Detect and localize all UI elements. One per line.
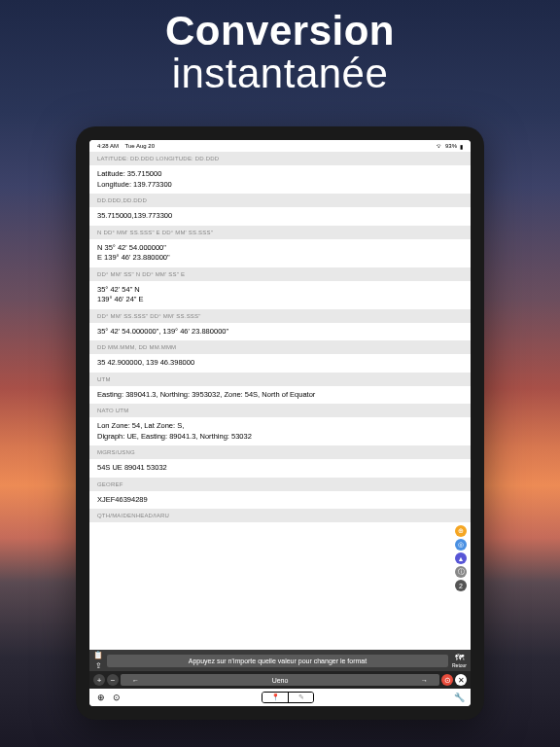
section-header: UTM [89,373,471,386]
section-header: LATITUDE: DD.DDD LONGITUDE: DD.DDD [89,152,471,165]
section-header: MGRS/USNG [89,445,471,459]
hero-title: Conversion instantanée [0,8,560,97]
copy-icon[interactable]: 📋 [93,651,103,660]
section-value[interactable]: 35° 42' 54" N 139° 46' 24" E [89,281,471,309]
arrow-left-icon[interactable]: ← [132,677,139,684]
section-value[interactable]: XJEF46394289 [89,491,471,510]
gps-button[interactable]: ⊙ [441,674,453,686]
section-value[interactable]: N 35° 42' 54.000000" E 139° 46' 23.88000… [89,239,471,267]
bottom-toolbar: ⊕ ⊙ 📍 ✎ 🔧 [89,689,471,706]
target-icon[interactable]: ◎ [455,539,467,551]
section-value[interactable]: 35 42.900000, 139 46.398000 [89,354,471,373]
location-bar[interactable]: ← Ueno → [121,674,439,686]
wifi-icon: ᯤ [437,143,442,149]
side-icons: ⊕ ◎ ▲ ⓘ 2 [455,525,467,591]
arrow-right-icon[interactable]: → [421,677,428,684]
section-header: NATO UTM [89,404,471,417]
back-label[interactable]: Retour [452,662,467,668]
section-header: QTH/MAIDENHEAD/IARU [89,509,471,522]
section-header: DD° MM' SS.SSS" DD° MM' SS.SSS" [89,309,471,323]
zoom-in-button[interactable]: + [93,674,105,686]
center-icon[interactable]: ⊙ [111,692,122,703]
section-header: DD MM.MMM, DD MM.MMM [89,340,471,354]
tip-bar: 📋 ⇪ Appuyez sur n'importe quelle valeur … [89,650,471,671]
status-bar: 4:28 AM Tue Aug 20 ᯤ 93% ▮ [89,140,471,152]
section-value[interactable]: 35° 42' 54.000000", 139° 46' 23.880000" [89,323,471,341]
tablet-frame: 4:28 AM Tue Aug 20 ᯤ 93% ▮ LATITUDE: DD.… [76,126,484,720]
section-value[interactable]: Lon Zone: 54, Lat Zone: S, Digraph: UE, … [89,417,471,445]
share-icon[interactable]: ⇪ [93,661,103,671]
section-value[interactable]: 54S UE 89041 53032 [89,459,471,478]
hero-line-1: Conversion [0,8,560,54]
status-date: Tue Aug 20 [125,143,155,149]
nav-icon[interactable]: ▲ [455,552,467,564]
magnify-icon[interactable]: ⊕ [95,692,107,703]
status-time: 4:28 AM [97,143,119,149]
section-header: GEOREF [89,478,471,491]
nav-bar: + − ← Ueno → ⊙ ✕ [89,671,471,689]
section-header: DD° MM' SS" N DD° MM' SS" E [89,267,471,281]
battery-icon: ▮ [460,143,463,150]
zoom-out-button[interactable]: − [107,674,119,686]
pin-mode[interactable]: 📍 [262,693,288,702]
info-icon[interactable]: ⓘ [455,566,467,578]
tip-message: Appuyez sur n'importe quelle valeur pour… [107,655,448,667]
count-badge[interactable]: 2 [455,580,467,591]
status-left: 4:28 AM Tue Aug 20 [97,143,155,149]
edit-mode[interactable]: ✎ [288,693,313,702]
screen: 4:28 AM Tue Aug 20 ᯤ 93% ▮ LATITUDE: DD.… [89,140,471,706]
section-header: DD.DDD,DD.DDD [89,194,471,207]
mode-segmented[interactable]: 📍 ✎ [262,692,314,703]
section-value[interactable]: 35.715000,139.773300 [89,207,471,226]
location-name: Ueno [272,677,289,684]
status-right: ᯤ 93% ▮ [437,143,463,150]
content-list[interactable]: LATITUDE: DD.DDD LONGITUDE: DD.DDD Latit… [89,152,471,650]
settings-icon[interactable]: 🔧 [453,692,465,703]
close-button[interactable]: ✕ [455,674,467,686]
section-header: N DD° MM' SS.SSS" E DD° MM' SS.SSS" [89,226,471,239]
hero-line-2: instantanée [0,51,560,97]
section-value[interactable]: Latitude: 35.715000 Longitude: 139.77330… [89,165,471,194]
battery-percent: 93% [445,143,457,149]
section-value[interactable]: Easting: 389041.3, Northing: 3953032, Zo… [89,386,471,405]
compass-icon[interactable]: ⊕ [455,525,467,537]
map-icon[interactable]: 🗺 [455,653,464,662]
